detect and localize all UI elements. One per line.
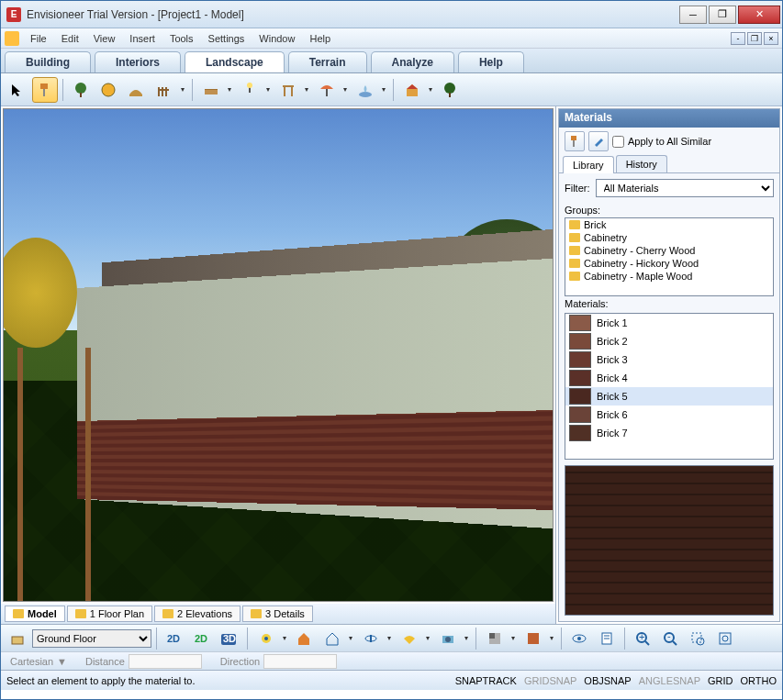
history-tab[interactable]: History — [616, 155, 667, 172]
view-3d-button[interactable]: 3D — [217, 626, 242, 651]
direction-input[interactable] — [263, 654, 337, 669]
3d-viewport[interactable] — [3, 108, 554, 602]
material-item[interactable]: Brick 7 — [565, 424, 773, 442]
viewpoint-tool[interactable] — [252, 626, 289, 651]
umbrella-tool[interactable] — [313, 77, 350, 103]
tab-building[interactable]: Building — [5, 51, 91, 72]
menu-edit[interactable]: Edit — [54, 31, 86, 46]
light-tool[interactable] — [236, 77, 273, 103]
tree-tool[interactable] — [437, 77, 463, 103]
home-view-button[interactable] — [291, 626, 317, 651]
snap-toggle[interactable]: GRID — [708, 675, 733, 686]
zoom-out-button[interactable]: - — [657, 626, 683, 651]
material-item[interactable]: Brick 6 — [565, 406, 773, 424]
mdi-close-button[interactable]: × — [764, 32, 778, 45]
material-name: Brick 3 — [597, 354, 628, 365]
apply-all-similar-checkbox[interactable]: Apply to All Similar — [612, 136, 711, 148]
svg-point-2 — [75, 83, 86, 94]
tab-analyze[interactable]: Analyze — [371, 51, 454, 72]
material-item[interactable]: Brick 1 — [565, 314, 773, 332]
zoom-fit-button[interactable] — [712, 626, 738, 651]
mdi-restore-button[interactable]: ❐ — [747, 32, 762, 45]
svg-rect-35 — [528, 633, 539, 644]
svg-rect-21 — [573, 140, 575, 147]
minimize-button[interactable]: ─ — [679, 6, 707, 24]
material-item[interactable]: Brick 5 — [565, 387, 773, 406]
building-tool[interactable] — [398, 77, 435, 103]
menu-help[interactable]: Help — [302, 31, 338, 46]
location-select[interactable]: Ground Floor — [32, 629, 151, 648]
render-tool[interactable] — [481, 626, 518, 651]
menu-file[interactable]: File — [23, 31, 54, 46]
menu-insert[interactable]: Insert — [122, 31, 162, 46]
zoom-window-button[interactable] — [685, 626, 710, 651]
walk-tool[interactable] — [357, 626, 394, 651]
menu-window[interactable]: Window — [252, 31, 302, 46]
group-item[interactable]: Cabinetry - Maple Wood — [565, 270, 773, 283]
direction-label: Direction — [220, 656, 260, 667]
menu-settings[interactable]: Settings — [201, 31, 252, 46]
fence-tool[interactable] — [151, 77, 187, 103]
filter-select[interactable]: All Materials — [596, 179, 775, 197]
distance-input[interactable] — [129, 654, 202, 669]
svg-text:+: + — [639, 631, 644, 642]
snap-toggle[interactable]: GRIDSNAP — [524, 675, 576, 686]
material-swatch — [569, 315, 591, 331]
show-catalog-button[interactable] — [566, 626, 592, 651]
camera-tool[interactable] — [434, 626, 471, 651]
material-item[interactable]: Brick 3 — [565, 350, 773, 369]
plant-tool[interactable] — [68, 77, 94, 103]
group-item[interactable]: Brick — [565, 218, 773, 231]
menu-tools[interactable]: Tools — [162, 31, 201, 46]
view-tab-floorplan[interactable]: 1 Floor Plan — [67, 606, 152, 622]
close-button[interactable]: ✕ — [738, 6, 780, 24]
texture-tool[interactable] — [520, 626, 556, 651]
tab-interiors[interactable]: Interiors — [95, 51, 181, 72]
tab-terrain[interactable]: Terrain — [288, 51, 367, 72]
material-name: Brick 5 — [597, 391, 628, 402]
view-tab-elevations[interactable]: 2 Elevations — [154, 606, 240, 622]
apply-all-similar-input[interactable] — [612, 136, 624, 148]
material-item[interactable]: Brick 4 — [565, 369, 773, 387]
library-tab[interactable]: Library — [563, 156, 614, 173]
svg-rect-6 — [162, 87, 163, 96]
paintbrush-button[interactable] — [565, 131, 585, 151]
materials-listbox[interactable]: Brick 1Brick 2Brick 3Brick 4Brick 5Brick… — [565, 313, 774, 460]
tab-help[interactable]: Help — [458, 51, 524, 72]
material-name: Brick 6 — [597, 409, 628, 420]
group-item[interactable]: Cabinetry — [565, 231, 773, 244]
maximize-button[interactable]: ❐ — [709, 6, 736, 24]
deck-tool[interactable] — [197, 77, 234, 103]
select-tool[interactable] — [5, 77, 30, 103]
snap-toggle[interactable]: ORTHO — [740, 675, 777, 686]
view-tab-details[interactable]: 3 Details — [242, 606, 313, 622]
zoom-in-button[interactable]: + — [630, 626, 655, 651]
menu-view[interactable]: View — [86, 31, 123, 46]
material-swatch — [569, 406, 591, 423]
orbit-tool[interactable] — [319, 626, 355, 651]
edging-tool[interactable] — [123, 77, 149, 103]
group-item[interactable]: Cabinetry - Hickory Wood — [565, 257, 773, 270]
look-tool[interactable] — [396, 626, 432, 651]
show-properties-button[interactable] — [594, 626, 620, 651]
mdi-minimize-button[interactable]: - — [731, 32, 745, 45]
snap-toggle[interactable]: SNAPTRACK — [455, 675, 517, 686]
group-item[interactable]: Cabinetry - Cherry Wood — [565, 244, 773, 257]
pergola-tool[interactable] — [274, 77, 311, 103]
groups-listbox[interactable]: Brick Cabinetry Cabinetry - Cherry Wood … — [565, 217, 774, 296]
snap-toggle[interactable]: ANGLESNAP — [639, 675, 700, 686]
view-tab-model[interactable]: Model — [5, 606, 65, 622]
location-icon[interactable] — [5, 626, 30, 651]
material-preview — [565, 465, 774, 616]
fountain-tool[interactable] — [352, 77, 388, 103]
folder-icon — [569, 246, 580, 255]
flower-bed-tool[interactable] — [95, 77, 121, 103]
tab-landscape[interactable]: Landscape — [185, 51, 285, 72]
view-2d-button[interactable]: 2D — [162, 626, 187, 651]
snap-toggle[interactable]: OBJSNAP — [584, 675, 631, 686]
eyedropper-button[interactable] — [588, 131, 609, 151]
view-2d-designer-button[interactable]: 2D — [189, 626, 215, 651]
svg-rect-3 — [80, 93, 82, 97]
paint-tool[interactable] — [32, 77, 58, 103]
material-item[interactable]: Brick 2 — [565, 332, 773, 350]
